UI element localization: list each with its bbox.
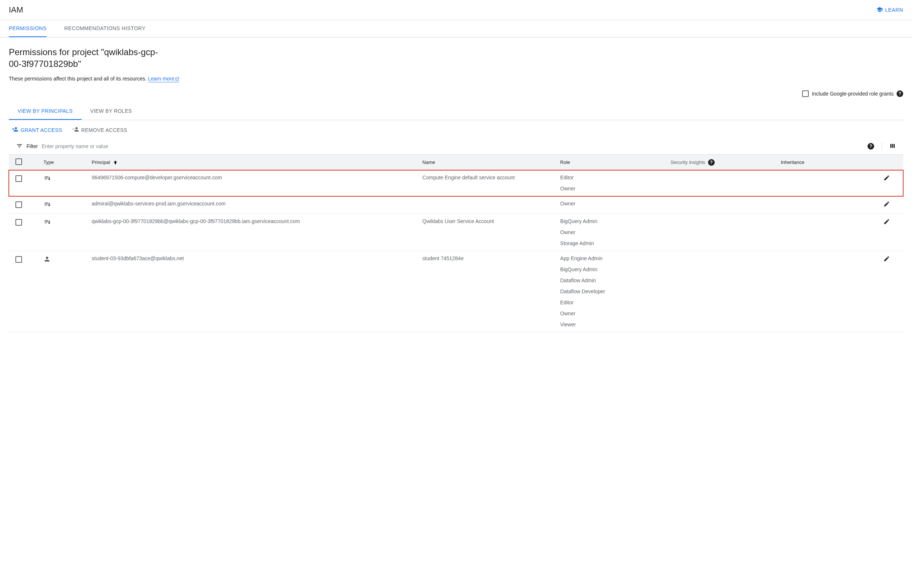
- include-google-label: Include Google-provided role grants: [812, 91, 894, 97]
- page-title: Permissions for project "qwiklabs-gcp-00…: [9, 46, 167, 70]
- person-remove-icon: [73, 126, 79, 134]
- filter-help-icon[interactable]: ?: [868, 143, 874, 150]
- principal-cell: 96496971506-compute@developer.gserviceac…: [89, 170, 420, 196]
- filter-input[interactable]: [42, 143, 864, 149]
- grant-access-label: GRANT ACCESS: [21, 127, 62, 133]
- tab-recommendations-history[interactable]: RECOMMENDATIONS HISTORY: [64, 20, 146, 37]
- select-all-checkbox[interactable]: [15, 158, 22, 165]
- edit-button[interactable]: [883, 176, 890, 182]
- name-cell: Qwiklabs User Service Account: [420, 214, 557, 251]
- column-security-insights[interactable]: Security insights ?: [668, 155, 778, 170]
- column-role[interactable]: Role: [557, 155, 668, 170]
- edit-button[interactable]: [883, 220, 890, 226]
- service-account-icon: [44, 203, 51, 209]
- service-account-icon: [44, 221, 51, 227]
- insights-cell: [668, 214, 778, 251]
- person-add-icon: [12, 126, 18, 134]
- principal-cell: admiral@qwiklabs-services-prod.iam.gserv…: [89, 196, 420, 214]
- principal-cell: student-03-93dbfa673ace@qwiklabs.net: [89, 251, 420, 332]
- edit-button[interactable]: [883, 202, 890, 208]
- tab-permissions[interactable]: PERMISSIONS: [9, 20, 47, 37]
- inheritance-cell: [778, 196, 860, 214]
- remove-access-label: REMOVE ACCESS: [81, 127, 127, 133]
- remove-access-button[interactable]: REMOVE ACCESS: [73, 126, 127, 134]
- filter-label: Filter: [26, 143, 38, 149]
- column-principal[interactable]: Principal: [89, 155, 420, 170]
- table-row: 96496971506-compute@developer.gserviceac…: [9, 170, 903, 196]
- insights-cell: [668, 170, 778, 196]
- filter-icon: [16, 142, 23, 150]
- column-inheritance[interactable]: Inheritance: [778, 155, 860, 170]
- row-checkbox[interactable]: [15, 201, 22, 208]
- row-checkbox[interactable]: [15, 219, 22, 226]
- svg-point-0: [48, 178, 50, 180]
- edit-button[interactable]: [883, 257, 890, 263]
- user-icon: [44, 258, 51, 264]
- svg-point-1: [48, 204, 50, 206]
- column-type[interactable]: Type: [40, 155, 89, 170]
- inheritance-cell: [778, 214, 860, 251]
- table-row: student-03-93dbfa673ace@qwiklabs.netstud…: [9, 251, 903, 332]
- page-header-title: IAM: [9, 5, 23, 15]
- learn-more-link[interactable]: Learn more: [148, 76, 180, 82]
- columns-icon[interactable]: [889, 142, 896, 150]
- table-row: admiral@qwiklabs-services-prod.iam.gserv…: [9, 196, 903, 214]
- insights-cell: [668, 196, 778, 214]
- table-row: qwiklabs-gcp-00-3f97701829bb@qwiklabs-gc…: [9, 214, 903, 251]
- grant-access-button[interactable]: GRANT ACCESS: [12, 126, 62, 134]
- learn-label: LEARN: [885, 7, 903, 13]
- page-subtitle: These permissions affect this project an…: [9, 76, 903, 82]
- role-cell: EditorOwner: [557, 170, 668, 196]
- include-google-checkbox[interactable]: [802, 90, 809, 97]
- tab-view-by-roles[interactable]: VIEW BY ROLES: [82, 103, 141, 120]
- learn-button[interactable]: LEARN: [876, 6, 903, 14]
- tab-view-by-principals[interactable]: VIEW BY PRINCIPALS: [9, 103, 82, 120]
- name-cell: [420, 196, 557, 214]
- role-cell: App Engine AdminBigQuery AdminDataflow A…: [557, 251, 668, 332]
- service-account-icon: [44, 177, 51, 183]
- name-cell: student 7451284e: [420, 251, 557, 332]
- insights-cell: [668, 251, 778, 332]
- principals-table: Type Principal Name Role Security insigh…: [9, 154, 903, 332]
- column-name[interactable]: Name: [420, 155, 557, 170]
- inheritance-cell: [778, 170, 860, 196]
- principal-cell: qwiklabs-gcp-00-3f97701829bb@qwiklabs-gc…: [89, 214, 420, 251]
- row-checkbox[interactable]: [15, 175, 22, 182]
- role-cell: BigQuery AdminOwnerStorage Admin: [557, 214, 668, 251]
- row-checkbox[interactable]: [15, 256, 22, 263]
- help-icon[interactable]: ?: [897, 90, 903, 97]
- role-cell: Owner: [557, 196, 668, 214]
- inheritance-cell: [778, 251, 860, 332]
- insights-help-icon[interactable]: ?: [708, 159, 715, 166]
- svg-point-2: [48, 222, 50, 224]
- sort-ascending-icon: [111, 160, 118, 165]
- graduation-cap-icon: [876, 6, 883, 14]
- name-cell: Compute Engine default service account: [420, 170, 557, 196]
- divider: [881, 142, 882, 151]
